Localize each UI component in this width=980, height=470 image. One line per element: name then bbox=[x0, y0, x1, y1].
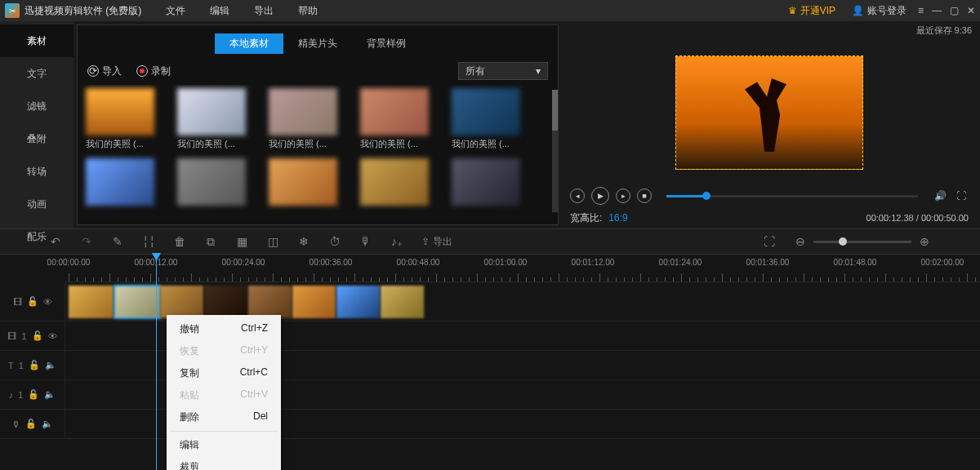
side-tab-2[interactable]: 滤镜 bbox=[0, 90, 74, 122]
redo-icon[interactable]: ↷ bbox=[80, 235, 93, 248]
timeline-clip-3[interactable] bbox=[204, 286, 248, 318]
menu-export[interactable]: 导出 bbox=[254, 4, 274, 18]
voice-icon[interactable]: 🎙 bbox=[359, 235, 372, 248]
pip-icon[interactable]: ◫ bbox=[266, 235, 279, 248]
side-tab-1[interactable]: 文字 bbox=[0, 57, 74, 90]
media-thumb-5[interactable] bbox=[86, 158, 154, 208]
volume-icon[interactable]: 🔊 bbox=[933, 188, 947, 203]
timeline-clip-5[interactable] bbox=[292, 286, 336, 318]
undo-icon[interactable]: ↶ bbox=[49, 235, 62, 248]
mic-icon: 🎙 bbox=[11, 419, 20, 429]
edit-icon[interactable]: ✎ bbox=[111, 235, 124, 248]
media-thumb-8[interactable] bbox=[360, 158, 429, 208]
stop-button[interactable]: ■ bbox=[637, 188, 652, 203]
audio-track: ♪1 🔓 🔈 bbox=[0, 380, 980, 410]
media-thumb-3[interactable]: 我们的美照 (... bbox=[360, 88, 429, 150]
eye-icon[interactable]: 👁 bbox=[48, 331, 57, 341]
menu-help[interactable]: 帮助 bbox=[298, 4, 318, 18]
time-label: 00:00:24.00 bbox=[222, 258, 265, 267]
lock-icon[interactable]: 🔓 bbox=[25, 419, 37, 429]
ctx-编辑[interactable]: 编辑 bbox=[167, 434, 281, 456]
record-icon bbox=[136, 65, 148, 77]
speed-icon[interactable]: ⏱ bbox=[328, 235, 341, 248]
fit-icon[interactable]: ⛶ bbox=[763, 235, 776, 248]
time-ruler[interactable]: 00:00:00.0000:00:12.0000:00:24.0000:00:3… bbox=[65, 255, 980, 282]
lock-icon[interactable]: 🔓 bbox=[28, 389, 39, 400]
crop-icon[interactable]: ⧉ bbox=[204, 235, 217, 248]
timeline-clip-0[interactable] bbox=[69, 286, 114, 318]
menu-edit[interactable]: 编辑 bbox=[210, 4, 229, 18]
media-thumb-7[interactable] bbox=[269, 158, 337, 208]
fullscreen-icon[interactable]: ⛶ bbox=[954, 188, 969, 203]
media-thumb-0[interactable]: 我们的美照 (... bbox=[86, 88, 154, 150]
side-tab-4[interactable]: 转场 bbox=[0, 155, 74, 188]
import-button[interactable]: ⟳ 导入 bbox=[87, 64, 122, 78]
media-thumb-4[interactable]: 我们的美照 (... bbox=[452, 88, 520, 150]
media-tab-2[interactable]: 背景样例 bbox=[352, 33, 421, 54]
record-button[interactable]: 录制 bbox=[136, 64, 171, 78]
time-label: 00:01:12.00 bbox=[572, 258, 615, 267]
ctx-裁剪[interactable]: 裁剪 bbox=[167, 456, 281, 470]
track-header-text[interactable]: T1 🔓 🔈 bbox=[0, 351, 65, 379]
split-icon[interactable]: ╎╎ bbox=[142, 235, 155, 248]
ctx-撤销[interactable]: 撤销Ctrl+Z bbox=[167, 318, 281, 340]
preview-seek-slider[interactable] bbox=[666, 195, 918, 197]
media-thumb-1[interactable]: 我们的美照 (... bbox=[177, 88, 246, 150]
lock-icon[interactable]: 🔓 bbox=[32, 330, 43, 341]
aspect-ratio-value[interactable]: 16:9 bbox=[608, 212, 627, 224]
media-thumb-6[interactable] bbox=[177, 158, 246, 208]
close-icon[interactable]: ✕ bbox=[967, 5, 975, 16]
filter-select[interactable]: 所有 ▾ bbox=[458, 62, 548, 80]
scrollbar-thumb[interactable] bbox=[552, 90, 558, 131]
menu-file[interactable]: 文件 bbox=[166, 4, 185, 18]
playhead[interactable] bbox=[156, 255, 157, 470]
ctx-删除[interactable]: 删除Del bbox=[167, 406, 281, 428]
play-button[interactable]: ▶ bbox=[591, 187, 609, 205]
side-tab-5[interactable]: 动画 bbox=[0, 188, 74, 220]
freeze-icon[interactable]: ❄ bbox=[297, 235, 310, 248]
speaker-icon[interactable]: 🔈 bbox=[45, 360, 56, 370]
timeline-clip-6[interactable] bbox=[336, 286, 381, 318]
speaker-icon[interactable]: 🔈 bbox=[42, 419, 53, 429]
ctx-粘贴: 粘贴Ctrl+V bbox=[167, 384, 281, 406]
media-tab-1[interactable]: 精美片头 bbox=[283, 33, 352, 54]
media-tab-0[interactable]: 本地素材 bbox=[215, 33, 283, 54]
timeline-clip-7[interactable] bbox=[381, 286, 425, 318]
timeline-clip-2[interactable] bbox=[160, 286, 204, 318]
maximize-icon[interactable]: ▢ bbox=[950, 5, 959, 16]
media-scrollbar[interactable] bbox=[552, 90, 558, 212]
track-header-mic[interactable]: 🎙 🔓 🔈 bbox=[0, 410, 65, 438]
minimize-icon[interactable]: — bbox=[932, 5, 942, 16]
track-header-video[interactable]: 🎞 🔓 👁 bbox=[0, 282, 65, 321]
eye-icon[interactable]: 👁 bbox=[43, 297, 52, 307]
track-header-video2[interactable]: 🎞1 🔓 👁 bbox=[0, 321, 65, 350]
login-button[interactable]: 👤 账号登录 bbox=[852, 4, 906, 18]
preview-frame[interactable] bbox=[675, 55, 863, 170]
chevron-down-icon: ▾ bbox=[536, 65, 541, 77]
timeline-clip-4[interactable] bbox=[248, 286, 292, 318]
lock-icon[interactable]: 🔓 bbox=[27, 296, 38, 307]
lock-icon[interactable]: 🔓 bbox=[29, 360, 40, 370]
media-thumb-2[interactable]: 我们的美照 (... bbox=[269, 88, 337, 150]
side-tab-3[interactable]: 叠附 bbox=[0, 122, 74, 155]
track-header-audio[interactable]: ♪1 🔓 🔈 bbox=[0, 380, 65, 409]
export-button[interactable]: ⇪ 导出 bbox=[421, 235, 452, 249]
vip-button[interactable]: ♛ 开通VIP bbox=[788, 4, 835, 18]
ctx-复制[interactable]: 复制Ctrl+C bbox=[167, 362, 281, 384]
export-label: 导出 bbox=[433, 235, 452, 249]
zoom-in-icon[interactable]: ⊕ bbox=[918, 235, 931, 248]
timeline-clip-1[interactable] bbox=[114, 286, 160, 318]
hamburger-icon[interactable]: ≡ bbox=[918, 5, 924, 16]
prev-frame-button[interactable]: ◂ bbox=[570, 188, 585, 203]
next-frame-button[interactable]: ▸ bbox=[616, 188, 630, 203]
mosaic-icon[interactable]: ▦ bbox=[235, 235, 248, 248]
zoom-out-icon[interactable]: ⊖ bbox=[794, 235, 807, 248]
tts-icon[interactable]: ♪₊ bbox=[390, 235, 403, 248]
speaker-icon[interactable]: 🔈 bbox=[44, 389, 56, 400]
zoom-slider[interactable] bbox=[813, 241, 911, 243]
delete-icon[interactable]: 🗑 bbox=[173, 235, 186, 248]
side-tab-6[interactable]: 配乐 bbox=[0, 220, 74, 253]
side-tab-0[interactable]: 素材 bbox=[0, 24, 74, 57]
media-thumb-9[interactable] bbox=[452, 158, 520, 208]
ctx-恢复: 恢复Ctrl+Y bbox=[167, 340, 281, 362]
